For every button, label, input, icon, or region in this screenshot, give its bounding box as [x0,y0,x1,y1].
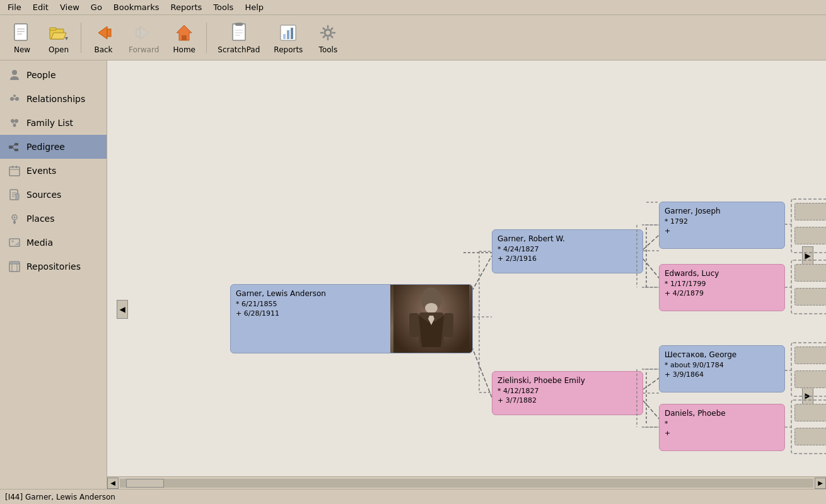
svg-point-38 [15,119,18,123]
svg-rect-64 [9,261,20,264]
open-button[interactable]: ▾ Open [42,18,76,57]
scratchpad-icon [228,21,250,44]
family-list-icon [8,116,21,130]
mother-card[interactable]: Zielinski, Phoebe Emily * 4/12/1827 + 3/… [492,371,643,415]
svg-rect-6 [50,28,56,30]
pedigree-icon [8,140,21,154]
sidebar-item-events[interactable]: Events [0,159,107,183]
reports-label: Reports [274,45,303,54]
repositories-icon [8,260,21,273]
svg-rect-21 [287,30,289,39]
menu-tools[interactable]: Tools [208,1,238,13]
paternal-grandfather-card[interactable]: Garner, Joseph * 1792 + [659,202,785,249]
svg-line-40 [13,123,15,124]
toolbar: New ▾ Open Back [0,15,826,60]
mother-death: + 3/7/1882 [497,396,637,405]
forward-button[interactable]: Forward [123,18,165,57]
mat-gf-birth: * about 9/0/1784 [665,360,779,370]
scroll-track[interactable] [120,479,813,488]
svg-point-33 [10,97,14,101]
svg-line-28 [323,28,325,30]
menu-help[interactable]: Help [240,1,269,13]
sidebar-item-pedigree[interactable]: Pedigree [0,135,107,159]
scroll-left-button[interactable]: ◀ [107,478,119,489]
scroll-thumb[interactable] [126,479,164,488]
people-icon [8,68,21,82]
svg-line-45 [13,144,15,147]
home-button[interactable]: Home [167,18,201,57]
pat-gf-name: Garner, Joseph [665,206,779,217]
sources-icon [8,188,21,202]
main-person-photo [390,285,472,353]
reports-button[interactable]: Reports [268,18,308,57]
scratchpad-label: ScratchPad [218,45,260,54]
sidebar-item-places[interactable]: Places [0,207,107,231]
relationships-icon [8,92,21,106]
sidebar-item-family-list[interactable]: Family List [0,111,107,135]
svg-rect-11 [136,29,140,37]
sidebar-item-sources[interactable]: Sources [0,183,107,207]
svg-marker-10 [140,26,149,39]
places-label: Places [26,214,55,224]
menu-bookmarks[interactable]: Bookmarks [108,1,165,13]
sidebar: People Relationships [0,60,107,489]
menu-file[interactable]: File [3,1,26,13]
mat-gm-name: Daniels, Phoebe [665,408,779,419]
menu-reports[interactable]: Reports [165,1,207,13]
empty-box-5 [794,346,826,364]
pat-gf-death: + [665,226,779,236]
empty-box-3 [794,264,826,282]
svg-point-57 [14,217,16,219]
svg-point-36 [13,94,16,97]
left-nav-arrow[interactable]: ◀ [117,300,128,319]
svg-point-59 [11,240,14,243]
svg-rect-20 [283,34,286,39]
repositories-label: Repositories [26,261,81,272]
maternal-grandmother-card[interactable]: Daniels, Phoebe * + [659,404,785,451]
new-button[interactable]: New [5,18,39,57]
sidebar-item-media[interactable]: Media [0,231,107,255]
svg-rect-47 [9,167,20,176]
right-nav-arrow-1[interactable]: ▶ [802,246,813,265]
father-card[interactable]: Garner, Robert W. * 4/24/1827 + 2/3/1916 [492,229,643,273]
empty-box-2 [794,227,826,244]
events-label: Events [26,166,56,176]
forward-icon [132,21,155,44]
photo-image [390,285,472,353]
empty-box-4 [794,288,826,306]
svg-point-34 [15,97,19,101]
scratchpad-button[interactable]: ScratchPad [212,18,265,57]
empty-box-7 [794,404,826,421]
sidebar-item-repositories[interactable]: Repositories [0,255,107,278]
scroll-right-button[interactable]: ▶ [815,478,826,489]
back-icon [92,21,115,44]
media-label: Media [26,238,53,248]
menu-go[interactable]: Go [86,1,107,13]
back-button[interactable]: Back [86,18,120,57]
paternal-grandmother-card[interactable]: Edwards, Lucy * 1/17/1799 + 4/2/1879 [659,264,785,311]
svg-rect-44 [15,149,18,151]
new-icon [11,21,33,44]
pedigree-area: ◀ Garner, Lewis Anderson * 6/21/1855 + 6… [107,60,826,476]
horizontal-scrollbar: ◀ ▶ [107,476,826,489]
svg-text:▾: ▾ [65,35,68,42]
open-icon: ▾ [47,21,70,44]
sources-label: Sources [26,190,61,200]
svg-point-23 [325,30,331,36]
open-label: Open [49,45,69,54]
empty-box-8 [794,428,826,445]
menu-edit[interactable]: Edit [28,1,54,13]
pat-gf-birth: * 1792 [665,217,779,226]
main-area: People Relationships [0,60,826,489]
sidebar-item-relationships[interactable]: Relationships [0,87,107,111]
mat-gf-death: + 3/9/1864 [665,370,779,379]
svg-marker-60 [15,241,20,245]
svg-rect-1 [15,24,27,40]
right-nav-arrow-2[interactable]: ▶ [802,386,813,405]
main-person-card[interactable]: Garner, Lewis Anderson * 6/21/1855 + 6/2… [230,284,473,353]
mother-name: Zielinski, Phoebe Emily [497,375,637,386]
maternal-grandfather-card[interactable]: Шестаков, George * about 9/0/1784 + 3/9/… [659,345,785,392]
sidebar-item-people[interactable]: People [0,63,107,87]
menu-view[interactable]: View [55,1,84,13]
tools-button[interactable]: Tools [311,18,345,57]
